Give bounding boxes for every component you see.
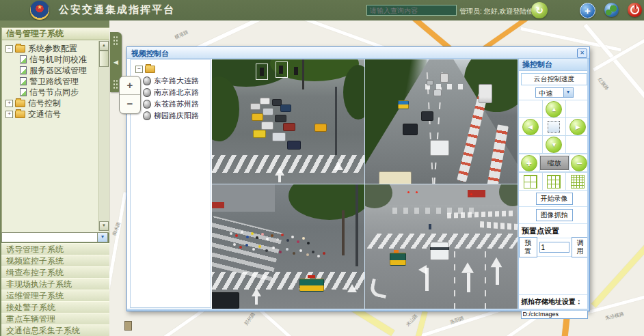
snapshot-row: 图像抓拍: [519, 207, 589, 224]
zoom-cell: +: [519, 154, 539, 171]
tree-leaf-label[interactable]: 服务器区域管理: [29, 65, 87, 76]
document-icon: [20, 66, 27, 74]
scroll-thumb[interactable]: [99, 51, 109, 67]
camera-label[interactable]: 东苍路苏州路: [154, 99, 199, 109]
camera-label[interactable]: 南京路北京路: [154, 87, 199, 98]
dialog-title: 视频控制台: [131, 48, 169, 59]
pan-center-button[interactable]: [548, 121, 560, 133]
tree-node-collapsed[interactable]: + 信号控制: [3, 98, 109, 109]
layout-3x3-icon[interactable]: [547, 175, 561, 188]
pedestrian-crowd: [230, 232, 232, 235]
car: [272, 132, 286, 141]
layout-2x2-icon[interactable]: [524, 175, 537, 188]
preset-button[interactable]: 预置: [519, 237, 537, 257]
ptz-control-panel: 操控制台 云台控制速度 中速 ▾ ▲ ◀ ▶ ▼: [518, 59, 589, 309]
camera-tree-panel: − 东亭路大连路 南京路北京路 东苍路苏州路 柳园路庆阳路: [130, 59, 211, 308]
tree-leaf-label[interactable]: 信号节点同步: [29, 87, 79, 98]
camera-label[interactable]: 东亭路大连路: [154, 76, 199, 86]
camera-item[interactable]: 南京路北京路: [143, 87, 211, 98]
map-zoom-out-button[interactable]: −: [120, 95, 140, 113]
curve-arrow: [369, 279, 390, 299]
scroll-down-icon[interactable]: ▼: [99, 221, 109, 231]
sidebar-item-alarm-handling[interactable]: 接处警子系统: [1, 301, 112, 313]
dpad-cell: [519, 100, 542, 117]
crosswalk: [392, 208, 474, 214]
sidebar-combobox[interactable]: ▾: [1, 232, 108, 242]
car: [280, 104, 291, 112]
zoom-label-button[interactable]: 缩放: [540, 156, 569, 170]
tree-leaf-label[interactable]: 警卫路线管理: [29, 76, 79, 87]
folder-icon: [15, 100, 25, 107]
ptz-speed-select[interactable]: 中速 ▾: [535, 87, 574, 98]
video-feed-3[interactable]: [212, 184, 364, 309]
tree-leaf[interactable]: 信号机时间校准: [20, 54, 109, 65]
close-icon[interactable]: ✕: [577, 48, 587, 58]
traffic-light: [294, 67, 298, 75]
pan-down-button[interactable]: ▼: [546, 137, 562, 153]
tree-node-collapsed[interactable]: + 交通信号: [3, 109, 109, 120]
tree-node-label[interactable]: 系统参数配置: [28, 43, 77, 55]
image-capture-button[interactable]: 图像抓拍: [536, 209, 573, 221]
sidebar-item-key-vehicles[interactable]: 重点车辆管理: [1, 313, 112, 325]
lane-arrow: [461, 262, 474, 273]
sidebar-item-operations[interactable]: 运维管理子系统: [1, 290, 112, 302]
tree-leaf[interactable]: 警卫路线管理: [20, 76, 109, 87]
pan-left-button[interactable]: ◀: [522, 119, 539, 135]
dpad-cell: ▶: [566, 118, 589, 135]
zoom-in-button[interactable]: +: [521, 155, 537, 171]
tree-leaf-label[interactable]: 信号机时间校准: [29, 54, 87, 66]
tree-leaf[interactable]: 信号节点同步: [20, 87, 109, 98]
car: [433, 89, 442, 96]
start-record-button[interactable]: 开始录像: [536, 193, 573, 205]
tree-scrollbar[interactable]: ▲ ▼: [98, 41, 108, 231]
preset-number-input[interactable]: [539, 242, 569, 253]
car: [427, 80, 433, 85]
apps-grid-icon[interactable]: [556, 5, 567, 16]
expand-box-icon[interactable]: +: [5, 100, 13, 107]
add-icon[interactable]: +: [580, 3, 595, 18]
car: [260, 98, 270, 104]
sidebar-item-guidance[interactable]: 诱导管理子系统: [1, 243, 112, 255]
sidebar-item-offsite-enforcement[interactable]: 非现场执法子系统: [1, 278, 112, 290]
power-icon[interactable]: [628, 3, 642, 17]
sidebar-item-video-surveillance[interactable]: 视频监控子系统: [1, 255, 112, 267]
landmark-icon: [124, 321, 132, 331]
camera-tree-root[interactable]: −: [133, 64, 211, 75]
tree-canopy: [212, 76, 239, 141]
sidebar-item-investigation[interactable]: 缉查布控子系统: [1, 266, 112, 279]
tree-node-root[interactable]: − 系统参数配置: [3, 43, 109, 54]
tree-leaf[interactable]: 服务器区域管理: [20, 65, 109, 76]
map-zoom-in-button[interactable]: +: [120, 76, 140, 95]
layout-cell: [519, 173, 542, 190]
sidebar-panel-title[interactable]: 信号管理子系统: [1, 27, 112, 40]
video-feed-1[interactable]: [212, 59, 364, 184]
camera-item[interactable]: 东亭路大连路: [143, 75, 211, 87]
layout-cell: [566, 173, 589, 190]
sidebar-item-traffic-info[interactable]: 交通信息采集子系统: [1, 324, 112, 336]
layout-4x4-icon[interactable]: [571, 175, 585, 188]
collapse-box-icon[interactable]: −: [135, 66, 143, 73]
tree-node-label[interactable]: 交通信号: [28, 109, 61, 120]
tree-node-label[interactable]: 信号控制: [28, 98, 61, 109]
expand-box-icon[interactable]: +: [5, 111, 13, 118]
camera-item[interactable]: 柳园路庆阳路: [143, 110, 211, 122]
pan-right-button[interactable]: ▶: [569, 119, 586, 135]
street-label: 郑州路: [243, 311, 256, 327]
document-icon: [20, 77, 27, 85]
zoom-out-button[interactable]: −: [571, 155, 587, 171]
camera-item[interactable]: 东苍路苏州路: [143, 98, 211, 110]
ptz-scrollbar[interactable]: [587, 59, 589, 309]
combo-arrow-icon[interactable]: ▾: [97, 233, 107, 242]
globe-icon[interactable]: [604, 3, 619, 17]
video-feed-2[interactable]: [365, 59, 518, 184]
camera-label[interactable]: 柳园路庆阳路: [154, 111, 199, 121]
scroll-up-icon[interactable]: ▲: [99, 41, 109, 51]
dialog-title-bar[interactable]: 视频控制台 ✕: [127, 47, 589, 59]
refresh-icon[interactable]: ↻: [531, 2, 548, 18]
search-input[interactable]: [366, 5, 457, 16]
combo-arrow-icon[interactable]: ▾: [563, 88, 573, 97]
collapse-box-icon[interactable]: −: [5, 45, 13, 53]
preset-section-title: 预置点设置: [519, 224, 589, 238]
video-feed-4[interactable]: [365, 184, 518, 309]
pan-up-button[interactable]: ▲: [546, 101, 562, 117]
